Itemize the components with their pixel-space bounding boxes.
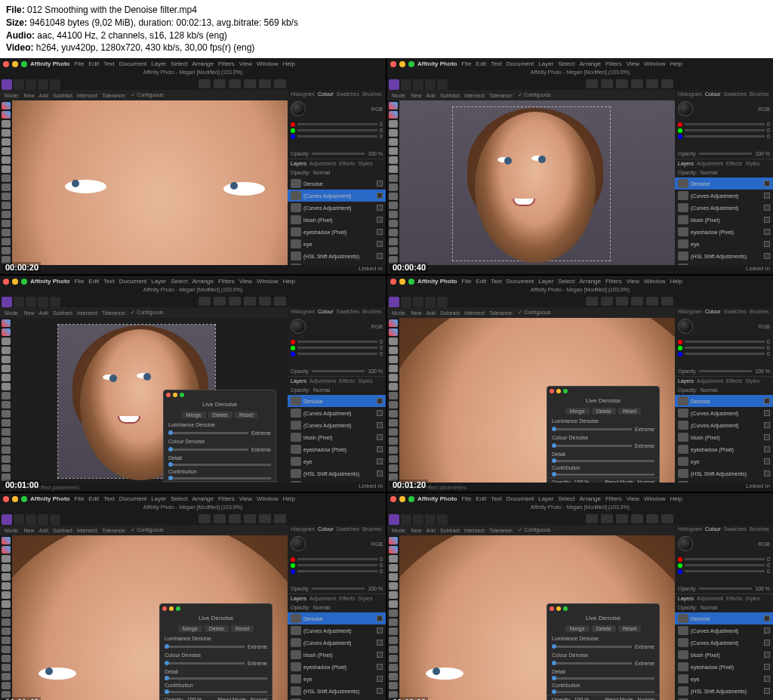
menu-item[interactable]: Edit [88, 495, 99, 502]
tool-icon[interactable] [389, 193, 398, 200]
canvas-area[interactable]: Live DenoiseMergeDeleteResetLuminance De… [12, 535, 288, 700]
tool-icon[interactable] [2, 564, 11, 572]
context-toolbar[interactable]: Mode:NewAddSubtractIntersectTolerance:✓ … [387, 90, 675, 100]
canvas-area[interactable] [399, 100, 675, 265]
visibility-checkbox[interactable] [764, 422, 770, 428]
menu-item[interactable]: Window [644, 278, 665, 285]
menu-item[interactable]: Layer [151, 278, 166, 285]
canvas-area[interactable]: Live DenoiseMergeDeleteResetLuminance De… [399, 535, 675, 700]
tool-icon[interactable] [2, 347, 11, 354]
panel-tab[interactable]: Histogram [291, 309, 315, 314]
layer-item[interactable]: eyeshadow (Pixel) [675, 443, 773, 455]
layer-item[interactable]: blush (Pixel) [675, 214, 773, 226]
menu-bar[interactable]: Affinity PhotoFileEditTextDocumentLayerS… [417, 60, 682, 67]
menu-item[interactable]: Select [558, 278, 574, 285]
panel-tab[interactable]: Styles [745, 378, 759, 384]
colour-panel-tabs[interactable]: HistogramColourSwatchesBrushes [288, 307, 386, 316]
visibility-checkbox[interactable] [377, 180, 383, 187]
tool-icon[interactable] [2, 356, 11, 363]
panel-tab[interactable]: Histogram [678, 526, 702, 532]
layer-item[interactable]: (Curves Adjustment) [288, 202, 386, 214]
panel-tab[interactable]: Effects [726, 378, 742, 384]
layer-item[interactable]: eyeshadow (Pixel) [288, 661, 386, 673]
detail-slider[interactable] [552, 677, 654, 680]
menu-item[interactable]: Affinity Photo [417, 60, 457, 67]
visibility-checkbox[interactable] [764, 652, 770, 658]
menu-item[interactable]: Affinity Photo [417, 495, 457, 502]
panel-tab[interactable]: Swatches [724, 309, 747, 314]
visibility-checkbox[interactable] [377, 652, 383, 658]
visibility-checkbox[interactable] [377, 615, 383, 621]
top-toolbar[interactable] [584, 295, 675, 307]
tool-icon[interactable] [2, 247, 11, 254]
tool-icon[interactable] [2, 193, 11, 200]
menu-item[interactable]: Document [119, 495, 146, 502]
tool-icon[interactable] [2, 147, 11, 155]
menu-item[interactable]: Select [171, 60, 187, 67]
menu-item[interactable]: Edit [88, 278, 99, 285]
layer-item[interactable]: (Curves Adjustment) [675, 407, 773, 419]
tool-icon[interactable] [2, 637, 11, 644]
menu-item[interactable]: Affinity Photo [30, 278, 69, 285]
visibility-checkbox[interactable] [764, 640, 770, 646]
panel-tab[interactable]: Adjustment [697, 596, 723, 601]
colour-panel-tabs[interactable]: HistogramColourSwatchesBrushes [675, 90, 773, 98]
menu-bar[interactable]: Affinity PhotoFileEditTextDocumentLayerS… [30, 60, 295, 67]
layer-item[interactable]: (HSL Shift Adjustments) [288, 467, 386, 480]
tool-icon[interactable] [389, 464, 398, 472]
window-controls[interactable] [390, 61, 414, 67]
menu-item[interactable]: View [627, 278, 639, 285]
colour-slider[interactable] [297, 341, 377, 343]
menu-item[interactable]: Filters [218, 278, 235, 285]
panel-tab[interactable]: Layers [291, 596, 306, 601]
layer-item[interactable]: (Curves Adjustment) [288, 190, 386, 202]
colour-slider[interactable] [297, 558, 377, 560]
canvas-area[interactable]: Live DenoiseMergeDeleteResetLuminance De… [12, 318, 288, 483]
tools-panel[interactable] [0, 535, 12, 700]
visibility-checkbox[interactable] [764, 434, 770, 440]
tool-icon[interactable] [2, 202, 11, 209]
window-controls[interactable] [3, 496, 27, 502]
visibility-checkbox[interactable] [764, 398, 770, 404]
panel-tab[interactable]: Adjustment [697, 378, 723, 384]
menu-item[interactable]: File [461, 495, 471, 502]
tool-icon[interactable] [389, 537, 398, 544]
layer-item[interactable]: blush (Pixel) [288, 431, 386, 443]
dialog-button[interactable]: Reset [231, 625, 254, 632]
visibility-checkbox[interactable] [764, 688, 770, 694]
panel-tab[interactable]: Histogram [678, 309, 702, 314]
panel-tab[interactable]: Layers [678, 378, 694, 384]
tool-icon[interactable] [2, 410, 11, 418]
detail-slider[interactable] [552, 460, 654, 462]
layer-item[interactable]: eyeshadow (Pixel) [288, 443, 386, 455]
panel-tab[interactable]: Brushes [362, 309, 382, 314]
menu-bar[interactable]: Affinity PhotoFileEditTextDocumentLayerS… [417, 278, 682, 285]
colour-well[interactable] [678, 319, 693, 334]
layer-item[interactable]: (Curves Adjustment) [675, 419, 773, 431]
tool-icon[interactable] [2, 129, 11, 137]
tool-icon[interactable] [389, 165, 398, 173]
panel-tab[interactable]: Colour [318, 526, 334, 532]
tool-icon[interactable] [389, 229, 398, 236]
tool-icon[interactable] [2, 211, 11, 218]
layers-panel-tabs[interactable]: LayersAdjustmentEffectsStyles [288, 376, 386, 385]
panel-tab[interactable]: Swatches [337, 309, 359, 314]
menu-item[interactable]: Select [171, 495, 187, 502]
menu-item[interactable]: Help [670, 278, 682, 285]
layer-item[interactable]: blush (Pixel) [675, 431, 773, 443]
visibility-checkbox[interactable] [377, 205, 383, 211]
colour-well[interactable] [291, 101, 306, 116]
top-toolbar[interactable] [197, 78, 288, 90]
tool-icon[interactable] [2, 446, 11, 454]
colour-slider[interactable] [685, 123, 765, 125]
canvas-area[interactable]: Live DenoiseMergeDeleteResetLuminance De… [399, 318, 675, 483]
visibility-checkbox[interactable] [764, 410, 770, 416]
menu-item[interactable]: Help [670, 495, 682, 502]
dialog-button[interactable]: Reset [235, 412, 257, 418]
tool-icon[interactable] [389, 401, 398, 409]
luminance-slider[interactable] [168, 432, 248, 434]
menu-item[interactable]: Document [119, 278, 146, 285]
tool-icon[interactable] [2, 419, 11, 427]
menu-item[interactable]: Document [507, 278, 534, 285]
tool-icon[interactable] [389, 129, 398, 137]
